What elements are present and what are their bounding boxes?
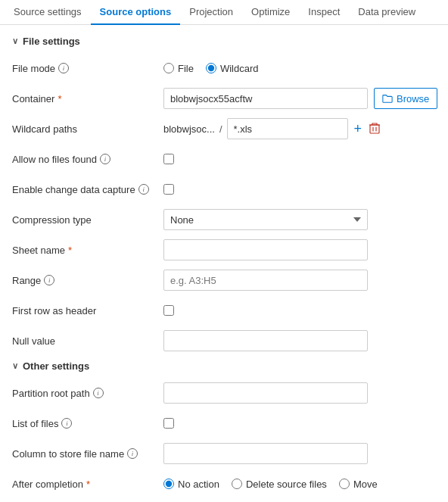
file-mode-file-option[interactable]: File	[163, 63, 194, 74]
add-wildcard-button[interactable]: +	[353, 122, 364, 136]
tab-projection[interactable]: Projection	[180, 0, 242, 25]
list-of-files-row: List of files i	[12, 413, 436, 434]
after-completion-label: After completion *	[12, 479, 163, 490]
file-mode-wildcard-option[interactable]: Wildcard	[206, 63, 259, 74]
list-of-files-checkbox[interactable]	[163, 418, 174, 429]
delete-wildcard-button[interactable]	[368, 122, 381, 136]
first-row-header-checkbox[interactable]	[163, 305, 174, 316]
file-mode-file-radio[interactable]	[163, 63, 174, 73]
other-settings-header[interactable]: ∨ Other settings	[12, 360, 436, 372]
allow-no-files-control	[163, 154, 436, 164]
column-store-filename-row: Column to store file name i	[12, 443, 436, 464]
after-completion-delete-option[interactable]: Delete source files	[232, 479, 327, 490]
compression-select[interactable]: None gzip deflate bzip2 snappy lz4	[163, 209, 368, 230]
first-row-header-row: First row as header	[12, 300, 436, 321]
other-settings-label: Other settings	[23, 360, 89, 372]
range-label: Range i	[12, 275, 163, 286]
tab-bar: Source settings Source options Projectio…	[0, 0, 448, 25]
after-completion-delete-radio[interactable]	[232, 479, 242, 489]
list-of-files-label: List of files i	[12, 418, 163, 429]
tab-source-settings[interactable]: Source settings	[5, 0, 91, 25]
null-value-label: Null value	[12, 335, 163, 347]
tab-optimize[interactable]: Optimize	[242, 0, 299, 25]
chevron-down-icon: ∨	[12, 36, 18, 46]
first-row-header-label: First row as header	[12, 305, 163, 316]
other-chevron-down-icon: ∨	[12, 361, 18, 371]
wildcard-input[interactable]	[227, 118, 348, 139]
wildcard-prefix: blobwjsoc...	[163, 123, 215, 135]
sheet-name-control	[163, 239, 436, 260]
range-row: Range i	[12, 270, 436, 291]
list-of-files-info-icon[interactable]: i	[61, 418, 72, 429]
wildcard-paths-row: Wildcard paths blobwjsoc... / +	[12, 118, 436, 139]
column-store-filename-label: Column to store file name i	[12, 448, 163, 460]
column-store-filename-input[interactable]	[163, 443, 368, 464]
container-label: Container *	[12, 93, 163, 104]
null-value-input[interactable]	[163, 330, 368, 351]
container-row: Container * Browse	[12, 88, 436, 109]
range-input[interactable]	[163, 270, 368, 291]
allow-no-files-label: Allow no files found i	[12, 154, 163, 165]
null-value-row: Null value	[12, 330, 436, 351]
partition-root-path-control	[163, 382, 436, 404]
null-value-control	[163, 330, 436, 351]
sheet-name-row: Sheet name *	[12, 239, 436, 260]
change-capture-control	[163, 184, 436, 195]
change-capture-row: Enable change data capture i	[12, 179, 436, 200]
container-input[interactable]	[163, 88, 368, 109]
compression-label: Compression type	[12, 214, 163, 226]
after-completion-row: After completion * No action Delete sour…	[12, 473, 436, 494]
tab-inspect[interactable]: Inspect	[299, 0, 349, 25]
sheet-name-label: Sheet name *	[12, 245, 163, 256]
range-info-icon[interactable]: i	[44, 275, 54, 285]
allow-no-files-checkbox[interactable]	[163, 154, 174, 164]
browse-button[interactable]: Browse	[374, 88, 437, 109]
folder-icon	[382, 94, 393, 103]
partition-root-path-input[interactable]	[163, 382, 368, 404]
range-control	[163, 270, 436, 291]
allow-no-files-row: Allow no files found i	[12, 148, 436, 170]
file-settings-header[interactable]: ∨ File settings	[12, 36, 436, 47]
allow-no-files-info-icon[interactable]: i	[100, 154, 110, 164]
compression-row: Compression type None gzip deflate bzip2…	[12, 209, 436, 230]
compression-control: None gzip deflate bzip2 snappy lz4	[163, 209, 436, 230]
file-mode-info-icon[interactable]: i	[58, 63, 69, 73]
first-row-header-control	[163, 305, 436, 316]
tab-source-options[interactable]: Source options	[91, 0, 181, 25]
change-capture-label: Enable change data capture i	[12, 184, 163, 195]
wildcard-slash: /	[219, 123, 222, 135]
file-mode-radio-group: File Wildcard	[163, 63, 436, 74]
file-mode-label: File mode i	[12, 63, 163, 74]
container-controls: Browse	[163, 88, 437, 109]
column-store-filename-control	[163, 443, 436, 464]
change-capture-info-icon[interactable]: i	[138, 184, 149, 195]
after-completion-no-action-radio[interactable]	[163, 479, 174, 489]
tab-data-preview[interactable]: Data preview	[349, 0, 425, 25]
content-area: ∨ File settings File mode i File Wildcar…	[0, 25, 448, 502]
wildcard-paths-label: Wildcard paths	[12, 123, 163, 135]
after-completion-controls: No action Delete source files Move	[163, 479, 436, 490]
after-completion-move-option[interactable]: Move	[339, 479, 378, 490]
wildcard-controls: blobwjsoc... / +	[163, 118, 436, 139]
column-store-filename-info-icon[interactable]: i	[127, 448, 138, 459]
sheet-name-input[interactable]	[163, 239, 368, 260]
file-mode-wildcard-radio[interactable]	[206, 63, 216, 73]
partition-root-info-icon[interactable]: i	[93, 388, 104, 398]
partition-root-path-label: Partition root path i	[12, 388, 163, 399]
file-settings-label: File settings	[23, 36, 80, 47]
after-completion-no-action-option[interactable]: No action	[163, 479, 219, 490]
after-completion-move-radio[interactable]	[339, 479, 350, 489]
file-mode-row: File mode i File Wildcard	[12, 58, 436, 79]
list-of-files-control	[163, 418, 436, 429]
change-capture-checkbox[interactable]	[163, 184, 174, 195]
svg-rect-0	[370, 125, 379, 133]
partition-root-path-row: Partition root path i	[12, 382, 436, 404]
trash-icon	[369, 122, 380, 134]
